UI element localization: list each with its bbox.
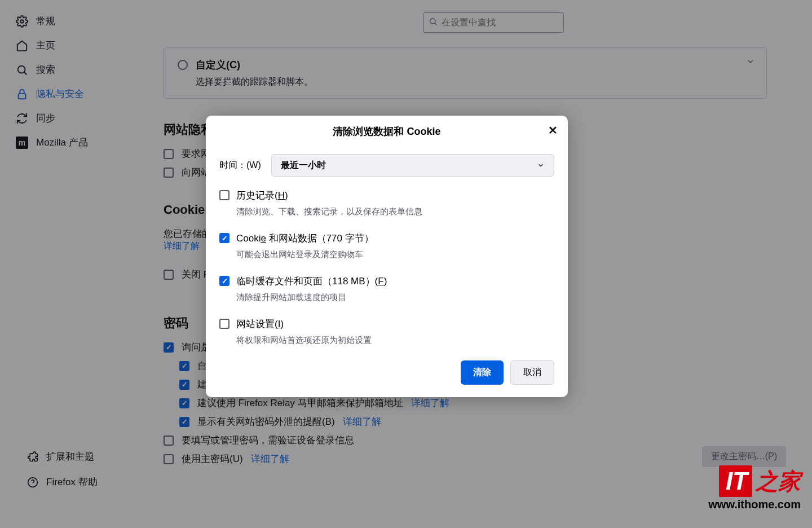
checkbox-site-settings[interactable] [219, 319, 230, 329]
checkbox-history[interactable] [219, 190, 230, 200]
dialog-title: 清除浏览数据和 Cookie ✕ [206, 116, 568, 146]
clear-option-history: 历史记录(H) 清除浏览、下载、搜索记录，以及保存的表单信息 [219, 189, 554, 217]
option-label: 临时缓存文件和页面（118 MB）(F) [236, 275, 387, 288]
option-sub: 可能会退出网站登录及清空购物车 [236, 249, 374, 260]
option-label: Cookie 和网站数据（770 字节） [236, 232, 374, 245]
clear-option-cache: 临时缓存文件和页面（118 MB）(F) 清除提升网站加载速度的项目 [219, 275, 554, 303]
option-label: 历史记录(H) [236, 189, 422, 202]
time-range-select[interactable]: 最近一小时 [271, 154, 554, 177]
cancel-button[interactable]: 取消 [510, 360, 554, 385]
option-sub: 清除提升网站加载速度的项目 [236, 292, 387, 303]
clear-button[interactable]: 清除 [461, 360, 504, 385]
watermark-logo-it: IT [719, 465, 752, 497]
clear-option-cookies: Cookie 和网站数据（770 字节） 可能会退出网站登录及清空购物车 [219, 232, 554, 260]
watermark-url: www.ithome.com [708, 498, 801, 511]
checkbox-cookies[interactable] [219, 233, 230, 243]
option-label: 网站设置(I) [236, 318, 372, 331]
watermark: IT 之家 www.ithome.com [708, 465, 801, 511]
option-sub: 清除浏览、下载、搜索记录，以及保存的表单信息 [236, 206, 422, 217]
time-range-label: 时间：(W) [219, 160, 261, 171]
clear-data-dialog: 清除浏览数据和 Cookie ✕ 时间：(W) 最近一小时 历史记录(H) 清除… [206, 116, 568, 397]
close-icon[interactable]: ✕ [548, 124, 558, 137]
chevron-down-icon [537, 161, 545, 169]
checkbox-cache[interactable] [219, 276, 230, 286]
option-sub: 将权限和网站首选项还原为初始设置 [236, 335, 372, 346]
watermark-logo-zh: 之家 [756, 466, 801, 497]
clear-option-site-settings: 网站设置(I) 将权限和网站首选项还原为初始设置 [219, 318, 554, 346]
